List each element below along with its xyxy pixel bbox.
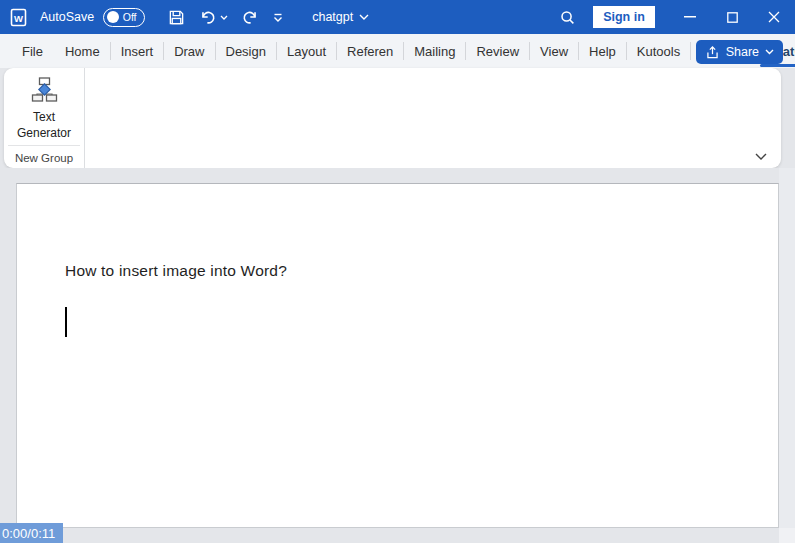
titlebar: W AutoSave Off	[0, 0, 795, 34]
customize-quick-access-toolbar-button[interactable]	[266, 3, 290, 31]
close-icon	[768, 11, 780, 23]
minimize-button[interactable]	[669, 0, 711, 34]
tab-help[interactable]: Help	[579, 34, 626, 68]
collapse-ribbon-button[interactable]	[755, 153, 767, 160]
share-button[interactable]: Share	[696, 40, 783, 64]
document-page[interactable]: How to insert image into Word?	[16, 183, 779, 528]
tab-review[interactable]: Review	[466, 34, 529, 68]
search-icon	[559, 9, 576, 26]
tab-kutools[interactable]: Kutools	[627, 34, 690, 68]
minimize-icon	[684, 16, 696, 18]
toggle-state-label: Off	[123, 11, 137, 23]
redo-icon	[242, 9, 259, 26]
autosave-label: AutoSave	[40, 10, 94, 24]
ribbon-group-label: New Group	[4, 152, 84, 164]
document-title[interactable]: chatgpt	[312, 10, 369, 24]
customize-toolbar-icon	[273, 13, 283, 22]
chevron-down-icon	[220, 15, 228, 20]
document-title-label: chatgpt	[312, 10, 353, 24]
undo-button[interactable]	[192, 3, 235, 31]
close-button[interactable]	[753, 0, 795, 34]
text-generator-button[interactable]: Text Generator	[4, 68, 84, 141]
chevron-down-icon	[755, 153, 767, 160]
share-icon	[705, 45, 720, 60]
word-window: W AutoSave Off	[0, 0, 795, 543]
save-button[interactable]	[161, 3, 192, 31]
tab-references[interactable]: Referen	[337, 34, 403, 68]
text-generator-label-line2: Generator	[17, 125, 71, 141]
ribbon-group-new-group: Text Generator New Group	[4, 68, 85, 168]
document-workspace: How to insert image into Word?	[0, 168, 795, 543]
save-icon	[168, 9, 185, 26]
tab-file[interactable]: File	[10, 34, 55, 68]
scrollbar-corner	[779, 528, 795, 543]
word-logo-icon: W	[9, 8, 28, 27]
tab-layout[interactable]: Layout	[277, 34, 336, 68]
maximize-icon	[727, 12, 738, 23]
document-heading-text: How to insert image into Word?	[65, 262, 287, 280]
redo-button[interactable]	[235, 3, 266, 31]
share-label: Share	[726, 45, 759, 59]
scrollbar-track[interactable]	[779, 168, 795, 528]
svg-text:W: W	[14, 12, 23, 23]
tab-mailings[interactable]: Mailing	[404, 34, 465, 68]
sign-in-button[interactable]: Sign in	[593, 6, 655, 28]
search-button[interactable]	[552, 3, 583, 31]
autosave-toggle[interactable]: Off	[103, 8, 145, 27]
group-label-divider	[8, 145, 80, 146]
chevron-down-icon	[765, 49, 774, 55]
text-generator-label-line1: Text	[33, 109, 55, 125]
tab-draw[interactable]: Draw	[164, 34, 214, 68]
ribbon-tab-row: File Home Insert Draw Design Layout Refe…	[0, 34, 795, 68]
toggle-knob	[107, 11, 119, 23]
text-cursor	[65, 307, 67, 337]
tab-design[interactable]: Design	[216, 34, 276, 68]
tab-home[interactable]: Home	[55, 34, 110, 68]
org-chart-icon	[31, 76, 58, 103]
tab-insert[interactable]: Insert	[111, 34, 164, 68]
chevron-down-icon	[359, 14, 369, 20]
tab-view[interactable]: View	[530, 34, 578, 68]
ribbon-content: Text Generator New Group	[4, 68, 781, 168]
undo-icon	[199, 9, 216, 26]
video-timestamp-badge: 0:00/0:11	[0, 523, 63, 543]
maximize-button[interactable]	[711, 0, 753, 34]
